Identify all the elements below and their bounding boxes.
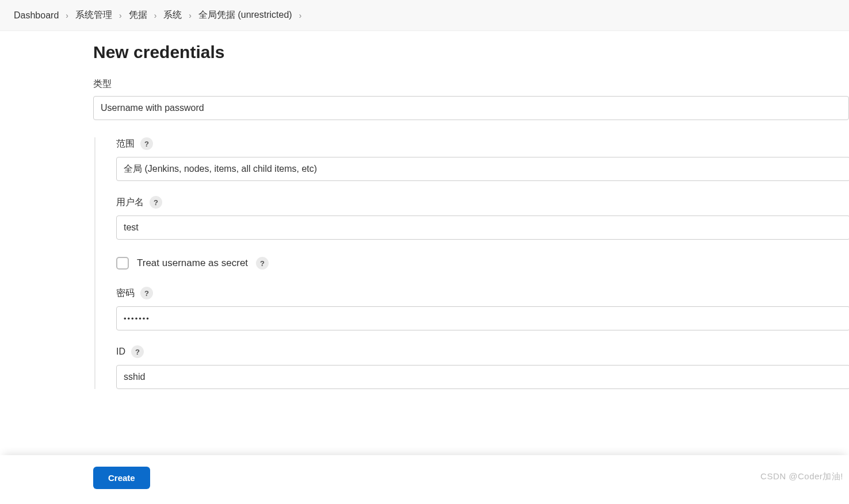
treat-secret-checkbox[interactable] — [116, 257, 129, 270]
help-icon[interactable]: ? — [140, 137, 153, 150]
id-label: ID — [116, 347, 125, 357]
chevron-right-icon: › — [66, 11, 68, 20]
id-input[interactable] — [116, 365, 849, 389]
username-label: 用户名 — [116, 197, 144, 209]
main-content: New credentials 类型 Username with passwor… — [0, 31, 849, 389]
chevron-right-icon: › — [189, 11, 192, 20]
create-button[interactable]: Create — [93, 467, 150, 489]
id-group: ID ? — [116, 345, 849, 389]
help-icon[interactable]: ? — [150, 196, 162, 209]
page-title: New credentials — [93, 43, 849, 62]
bottom-bar: Create — [0, 455, 849, 504]
breadcrumb-global-creds[interactable]: 全局凭据 (unrestricted) — [198, 9, 292, 21]
chevron-right-icon: › — [299, 11, 302, 20]
password-input[interactable]: ••••••• — [116, 306, 849, 330]
breadcrumb: Dashboard › 系统管理 › 凭据 › 系统 › 全局凭据 (unres… — [0, 0, 849, 31]
help-icon[interactable]: ? — [140, 287, 153, 299]
kind-select[interactable]: Username with password — [93, 96, 849, 120]
treat-secret-label: Treat username as secret — [137, 257, 248, 269]
scope-select[interactable]: 全局 (Jenkins, nodes, items, all child ite… — [116, 157, 849, 181]
username-input[interactable] — [116, 216, 849, 240]
treat-secret-row: Treat username as secret ? — [116, 257, 849, 270]
help-icon[interactable]: ? — [131, 345, 144, 358]
password-group: 密码 ? ••••••• — [116, 287, 849, 330]
breadcrumb-system[interactable]: 系统 — [163, 9, 182, 21]
help-icon[interactable]: ? — [256, 257, 269, 270]
scope-group: 范围 ? 全局 (Jenkins, nodes, items, all chil… — [116, 137, 849, 181]
scope-value: 全局 (Jenkins, nodes, items, all child ite… — [124, 163, 317, 175]
breadcrumb-system-manage[interactable]: 系统管理 — [75, 9, 112, 21]
kind-label: 类型 — [93, 78, 849, 90]
kind-value: Username with password — [101, 103, 204, 113]
username-group: 用户名 ? — [116, 196, 849, 240]
credentials-detail-section: 范围 ? 全局 (Jenkins, nodes, items, all chil… — [94, 137, 849, 389]
chevron-right-icon: › — [119, 11, 122, 20]
password-value: ••••••• — [124, 314, 150, 323]
password-label: 密码 — [116, 287, 135, 299]
breadcrumb-dashboard[interactable]: Dashboard — [14, 10, 59, 21]
chevron-right-icon: › — [154, 11, 157, 20]
breadcrumb-credentials[interactable]: 凭据 — [129, 9, 147, 21]
scope-label: 范围 — [116, 138, 135, 150]
